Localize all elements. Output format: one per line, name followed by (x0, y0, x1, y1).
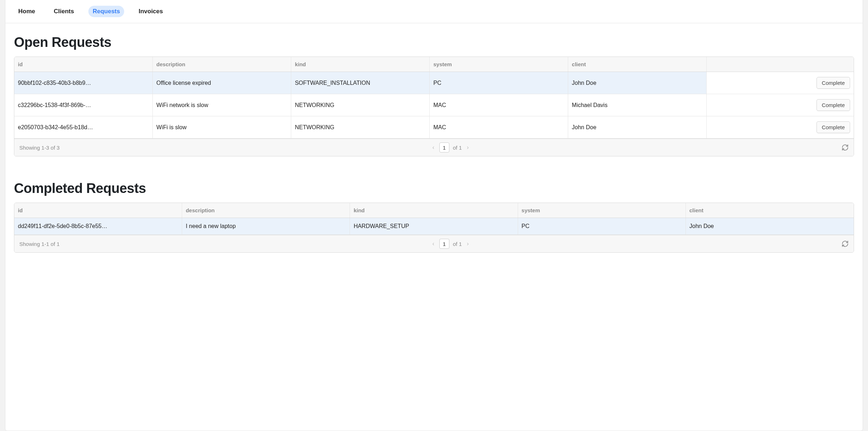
refresh-button[interactable] (842, 144, 849, 151)
table-row[interactable]: c32296bc-1538-4f3f-869b-… WiFi network i… (14, 94, 854, 116)
cell-action: Complete (707, 116, 854, 138)
cell-description: Office license expired (153, 72, 291, 94)
next-page-icon[interactable]: › (465, 144, 470, 151)
of-pages-text: of 1 (453, 241, 462, 247)
cell-id: 90bbf102-c835-40b3-b8b9… (14, 72, 153, 94)
cell-kind: SOFTWARE_INSTALLATION (291, 72, 430, 94)
col-header-kind[interactable]: kind (350, 203, 518, 218)
refresh-icon (842, 240, 849, 247)
cell-client: John Doe (568, 72, 707, 94)
col-header-kind[interactable]: kind (291, 57, 430, 72)
nav-home[interactable]: Home (14, 6, 39, 17)
table-row[interactable]: dd249f11-df2e-5de0-8b5c-87e55… I need a … (14, 218, 854, 235)
cell-client: Michael Davis (568, 94, 707, 116)
pager: ‹ 1 of 1 › (431, 239, 470, 249)
table-footer: Showing 1-3 of 3 ‹ 1 of 1 › (14, 139, 854, 156)
table-header: id description kind system client (14, 203, 854, 218)
nav-invoices[interactable]: Invoices (134, 6, 167, 17)
complete-button[interactable]: Complete (816, 121, 850, 133)
showing-text: Showing 1-3 of 3 (19, 145, 60, 151)
prev-page-icon[interactable]: ‹ (431, 144, 435, 151)
refresh-icon (842, 144, 849, 151)
page-number[interactable]: 1 (439, 239, 449, 249)
table-header: id description kind system client (14, 57, 854, 72)
cell-description: WiFi is slow (153, 116, 291, 138)
col-header-description[interactable]: description (182, 203, 350, 218)
refresh-button[interactable] (842, 240, 849, 247)
pager: ‹ 1 of 1 › (431, 142, 470, 152)
nav-clients[interactable]: Clients (49, 6, 78, 17)
cell-system: PC (518, 218, 686, 234)
navbar: Home Clients Requests Invoices (5, 0, 863, 23)
cell-action: Complete (707, 94, 854, 116)
cell-system: PC (430, 72, 568, 94)
col-header-action (707, 57, 854, 72)
next-page-icon[interactable]: › (465, 241, 470, 247)
cell-action: Complete (707, 72, 854, 94)
cell-id: e2050703-b342-4e55-b18d… (14, 116, 153, 138)
of-pages-text: of 1 (453, 145, 462, 151)
col-header-description[interactable]: description (153, 57, 291, 72)
cell-client: John Doe (686, 218, 854, 234)
cell-description: WiFi network is slow (153, 94, 291, 116)
col-header-id[interactable]: id (14, 203, 182, 218)
open-requests-title: Open Requests (14, 35, 854, 50)
col-header-system[interactable]: system (518, 203, 686, 218)
cell-description: I need a new laptop (182, 218, 350, 234)
open-requests-table: id description kind system client 90bbf1… (14, 57, 854, 156)
page-number[interactable]: 1 (439, 142, 449, 152)
prev-page-icon[interactable]: ‹ (431, 241, 435, 247)
cell-system: MAC (430, 94, 568, 116)
nav-requests[interactable]: Requests (88, 6, 125, 17)
completed-requests-title: Completed Requests (14, 181, 854, 196)
table-footer: Showing 1-1 of 1 ‹ 1 of 1 › (14, 235, 854, 252)
col-header-client[interactable]: client (568, 57, 707, 72)
page-container: Home Clients Requests Invoices Open Requ… (5, 0, 863, 431)
cell-id: c32296bc-1538-4f3f-869b-… (14, 94, 153, 116)
col-header-id[interactable]: id (14, 57, 153, 72)
table-row[interactable]: 90bbf102-c835-40b3-b8b9… Office license … (14, 72, 854, 94)
cell-kind: NETWORKING (291, 116, 430, 138)
cell-client: John Doe (568, 116, 707, 138)
showing-text: Showing 1-1 of 1 (19, 241, 60, 247)
content: Open Requests id description kind system… (5, 23, 863, 267)
cell-id: dd249f11-df2e-5de0-8b5c-87e55… (14, 218, 182, 234)
cell-kind: HARDWARE_SETUP (350, 218, 518, 234)
col-header-system[interactable]: system (430, 57, 568, 72)
complete-button[interactable]: Complete (816, 99, 850, 111)
completed-requests-table: id description kind system client dd249f… (14, 203, 854, 253)
table-row[interactable]: e2050703-b342-4e55-b18d… WiFi is slow NE… (14, 116, 854, 139)
complete-button[interactable]: Complete (816, 77, 850, 89)
col-header-client[interactable]: client (686, 203, 854, 218)
cell-system: MAC (430, 116, 568, 138)
cell-kind: NETWORKING (291, 94, 430, 116)
